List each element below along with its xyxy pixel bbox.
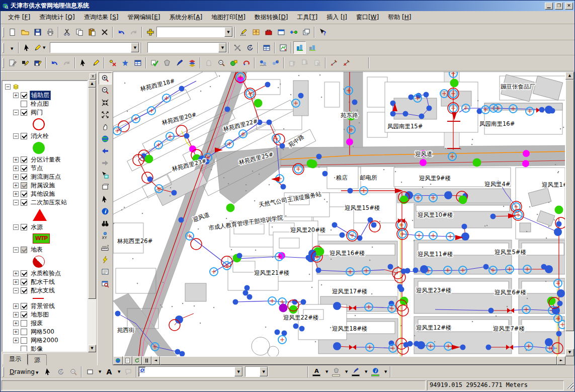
toc-scroll-up-icon[interactable]: ▲	[88, 80, 96, 88]
task-combo[interactable]: ▼	[50, 42, 139, 53]
start-edit-session-button[interactable]	[6, 57, 19, 69]
restore-snapshot-button[interactable]	[360, 61, 367, 65]
layer-checkbox[interactable]	[21, 199, 27, 206]
measure-button[interactable]: ?	[99, 242, 112, 254]
toc-scrollbar[interactable]: ▲ ▼	[88, 80, 96, 352]
map-scroll-left-icon[interactable]: ◄	[151, 356, 160, 365]
minimize-button[interactable]: ▁	[545, 3, 553, 10]
layer-label[interactable]: 背景管线	[30, 302, 56, 310]
editor-sketch-tool-button[interactable]	[237, 26, 250, 38]
select-elements-tool-button[interactable]	[42, 365, 54, 378]
layer-expand-icon[interactable]: +	[13, 312, 19, 318]
line-color-button[interactable]	[349, 366, 362, 377]
layer-label[interactable]: 二次加压泵站	[30, 198, 68, 207]
select-polygon-button[interactable]	[99, 181, 112, 193]
callout-tool-button[interactable]	[122, 365, 134, 378]
match-symbols-a-button[interactable]	[293, 41, 306, 54]
snap-measure-a-button[interactable]	[327, 57, 340, 69]
fixed-zoom-out-button[interactable]	[99, 109, 112, 121]
close-button[interactable]: ✕	[565, 3, 573, 10]
layer-checkbox[interactable]	[21, 329, 27, 335]
toolbar-grip[interactable]	[3, 27, 4, 37]
viewer-window-button[interactable]	[99, 278, 112, 290]
sketch-properties-button[interactable]	[277, 41, 289, 54]
find-button[interactable]	[99, 217, 112, 229]
layer-checkbox[interactable]	[21, 101, 27, 107]
font-size-combo[interactable]: ▼	[245, 366, 268, 377]
font-combo[interactable]: O▼	[138, 366, 243, 377]
menu-item-5[interactable]: 地图打印[M]	[207, 12, 250, 23]
layer-label[interactable]: 分区计量表	[30, 155, 62, 164]
menu-item-8[interactable]: 插入 [I]	[322, 12, 352, 23]
remove-vertex-button[interactable]	[106, 57, 119, 69]
paste-button[interactable]	[86, 26, 98, 38]
layer-checkbox[interactable]	[21, 279, 27, 285]
share-features-a-button[interactable]	[257, 57, 269, 69]
layer-label[interactable]: 水源	[30, 223, 44, 231]
menu-item-4[interactable]: 系统分析[A]	[165, 12, 207, 23]
editor-menu-button[interactable]: ▼	[6, 42, 17, 53]
layer-expand-icon[interactable]: −	[13, 247, 19, 253]
menu-item-2[interactable]: 查询结果 [S]	[79, 12, 123, 23]
layer-checkbox[interactable]	[21, 311, 27, 318]
fill-color-dropdown-icon[interactable]: ▼	[343, 365, 349, 378]
layer-label[interactable]: 栓点图	[30, 100, 50, 108]
marker-color-dropdown-icon[interactable]: ▼	[382, 365, 388, 378]
toolbar-grip[interactable]	[3, 43, 4, 53]
layer-checkbox[interactable]	[21, 92, 27, 99]
whats-this-help-button[interactable]: ?	[316, 26, 329, 38]
menu-item-0[interactable]: 文件 [F]	[4, 12, 35, 23]
menu-item-9[interactable]: 窗口[W]	[352, 12, 383, 23]
layer-label[interactable]: 地表	[30, 246, 44, 254]
save-snapshot-button[interactable]	[353, 61, 360, 65]
pan-button[interactable]	[99, 121, 112, 133]
match-symbols-b-button[interactable]	[306, 41, 318, 54]
attributes-table-button[interactable]	[260, 41, 273, 54]
layer-label[interactable]: 附属设施	[30, 181, 56, 190]
print-button[interactable]	[44, 26, 56, 38]
layer-checkbox[interactable]	[21, 109, 27, 116]
italic-button[interactable]	[281, 365, 293, 378]
layer-expand-icon[interactable]: −	[13, 288, 19, 293]
back-extent-button[interactable]	[99, 145, 112, 157]
menu-item-3[interactable]: 管网编辑[E]	[123, 12, 165, 23]
layer-checkbox[interactable]	[21, 174, 27, 180]
line-color-dropdown-icon[interactable]: ▼	[362, 365, 369, 378]
clear-selection-button[interactable]	[311, 57, 323, 69]
layer-label[interactable]: 消火栓	[30, 132, 50, 140]
model-builder-button[interactable]	[287, 26, 300, 38]
toc-scroll-thumb[interactable]	[88, 88, 96, 299]
split-tool-button[interactable]	[231, 41, 243, 54]
underline-button[interactable]	[293, 365, 306, 378]
identify-button[interactable]: i	[99, 205, 112, 217]
edit-arrow-button[interactable]	[21, 41, 33, 54]
toolbox-button[interactable]	[262, 26, 275, 38]
layer-checkbox[interactable]	[21, 191, 27, 197]
map-vscroll-thumb[interactable]	[565, 80, 574, 331]
select-by-rectangle-button[interactable]	[99, 169, 112, 181]
edit-attributes-button[interactable]	[19, 57, 31, 69]
clip-features-button[interactable]	[160, 57, 173, 69]
attributes-window-button[interactable]	[131, 57, 144, 69]
arccatalog-button[interactable]	[250, 26, 262, 38]
layer-expand-icon[interactable]: +	[13, 303, 19, 309]
layer-label[interactable]: 网格2000	[30, 336, 59, 345]
toc-close-icon[interactable]: x	[90, 73, 96, 80]
layer-expand-icon[interactable]: −	[13, 224, 19, 230]
undo-button[interactable]	[115, 26, 127, 38]
fixed-zoom-in-button[interactable]	[99, 97, 112, 109]
layer-checkbox[interactable]	[21, 337, 27, 344]
scale-combo[interactable]: ▼	[156, 27, 233, 37]
layer-label[interactable]: 地形图	[30, 310, 50, 319]
topology-loop-button[interactable]	[240, 57, 253, 69]
toc-scroll-down-icon[interactable]: ▼	[88, 345, 96, 352]
generalize-button[interactable]	[186, 57, 198, 69]
layer-checkbox[interactable]	[21, 346, 27, 352]
target-combo[interactable]: ▼	[147, 42, 227, 53]
pause-drawing-button[interactable]	[142, 356, 151, 365]
undo-edit-button[interactable]	[48, 57, 60, 69]
sketch-pencil-button[interactable]: ▼	[33, 41, 46, 54]
html-popup-button[interactable]	[99, 266, 112, 278]
snap-measure-b-button[interactable]	[340, 57, 353, 69]
size-dropdown-icon[interactable]: ▼	[260, 367, 268, 376]
